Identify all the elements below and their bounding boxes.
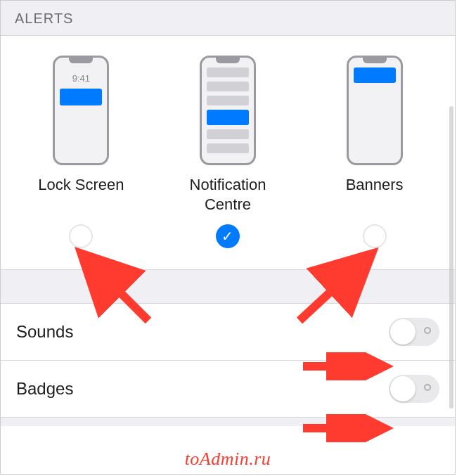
scrollbar[interactable]: [449, 106, 453, 409]
lock-screen-time: 9:41: [55, 73, 107, 84]
watermark: toAdmin.ru: [185, 449, 271, 470]
alerts-panel: 9:41 Lock Screen Notification Centre: [1, 36, 455, 270]
checkbox-lock-screen[interactable]: [69, 224, 93, 248]
toggle-knob-icon: [390, 376, 416, 401]
section-header-alerts: ALERTS: [1, 1, 455, 36]
toggle-indicator-icon: [424, 384, 431, 391]
alert-label-banners: Banners: [346, 175, 404, 214]
toggle-indicator-icon: [424, 327, 431, 334]
checkbox-notification-centre[interactable]: ✓: [216, 224, 240, 248]
row-label-sounds: Sounds: [16, 322, 73, 342]
lock-screen-preview-icon: 9:41: [53, 56, 109, 165]
notification-centre-preview-icon: [200, 56, 256, 165]
section-gap: [1, 270, 455, 304]
checkmark-icon: ✓: [221, 229, 233, 243]
toggle-sounds[interactable]: [389, 318, 439, 346]
footer-gap: [1, 418, 455, 426]
row-badges[interactable]: Badges: [1, 361, 455, 418]
toggle-badges[interactable]: [389, 375, 439, 403]
row-label-badges: Badges: [16, 379, 73, 399]
row-sounds[interactable]: Sounds: [1, 304, 455, 361]
checkbox-banners[interactable]: [363, 224, 387, 248]
alert-label-notification-centre: Notification Centre: [165, 175, 291, 214]
alert-option-notification-centre[interactable]: Notification Centre ✓: [165, 56, 291, 248]
banners-preview-icon: [347, 56, 403, 165]
toggle-knob-icon: [390, 319, 416, 345]
alert-option-lock-screen[interactable]: 9:41 Lock Screen: [18, 56, 144, 248]
alert-option-banners[interactable]: Banners: [311, 56, 438, 248]
alert-label-lock-screen: Lock Screen: [38, 175, 124, 214]
